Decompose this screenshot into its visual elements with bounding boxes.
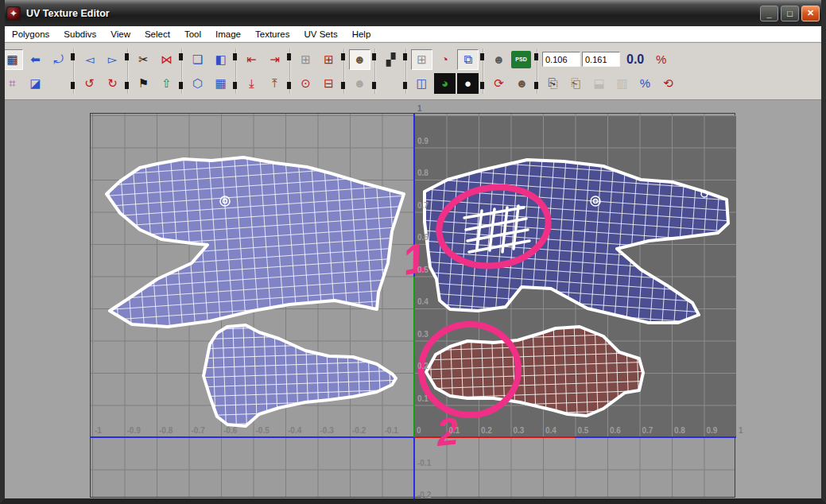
menu-item-polygons[interactable]: Polygons (5, 28, 56, 41)
toolbar-separator (286, 46, 294, 96)
close-button[interactable]: ✕ (801, 6, 820, 21)
add-tile-icon[interactable]: ⊞ (318, 49, 339, 70)
display-image-off-icon[interactable]: ☻ (349, 73, 370, 94)
menu-item-view[interactable]: View (103, 28, 138, 41)
display-grid-icon[interactable]: ⊞ (411, 49, 432, 70)
toolbar-group-image-display: ☻☻ (349, 48, 370, 95)
toolbar-group-texture-update: ☻PSD⟳☻ (488, 48, 533, 95)
move-shell-icon[interactable]: ◪ (25, 73, 46, 94)
y-tick-label: 1 (417, 104, 422, 113)
uv-canvas[interactable]: 1 2 -1-0.9-0.8-0.7-0.6-0.5-0.4-0.3-0.2-0… (90, 113, 735, 498)
menu-item-select[interactable]: Select (138, 28, 177, 41)
uv-borders-icon[interactable]: ◫ (411, 73, 432, 94)
title-bar[interactable]: ✦ UV Texture Editor _ □ ✕ (0, 0, 826, 26)
stack-icon[interactable]: ▥ (611, 73, 633, 94)
toolbar-group-view-modes: ⊞◔⧉◫◕● (411, 48, 479, 95)
x-tick-label: 1 (739, 426, 743, 435)
display-distortion-icon[interactable]: ⧉ (457, 49, 479, 70)
toolbar-separator (371, 46, 379, 96)
lattice-tweak-icon[interactable]: ⌗ (2, 73, 23, 94)
flip-u-icon[interactable]: ◅ (79, 49, 100, 70)
align-top-icon[interactable]: ⤒ (264, 73, 285, 94)
align-right-icon[interactable]: ⇥ (264, 49, 285, 70)
menu-item-textures[interactable]: Textures (248, 28, 297, 41)
filtered-image-icon[interactable]: ▞ (380, 49, 401, 70)
uv-mesh-layer: 1 2 (91, 114, 736, 498)
rotate-ccw-icon[interactable]: ↺ (79, 73, 100, 94)
rotate-selection-icon[interactable]: ⟲ (657, 73, 679, 94)
no-image-update-icon[interactable]: ☻ (488, 49, 510, 70)
move-and-sew-icon[interactable]: ⇧ (156, 73, 177, 94)
v-coordinate-field[interactable] (582, 52, 620, 67)
uv-texture-editor-window: ✦ UV Texture Editor _ □ ✕ PolygonsSubdiv… (0, 0, 826, 504)
annotation-number-1: 1 (399, 235, 430, 284)
toolbar: ▦⬅⤾⌗◪◅▻↺↻✂⋈⚑⇧❏◧⬡▦⇤⇥⤓⤒⊞⊞⊙⊟☻☻▞⊞◔⧉◫◕●☻PSD⟳☻… (0, 43, 826, 100)
unfold-uvs-icon[interactable]: ⬡ (187, 73, 208, 94)
rgb-channels-icon[interactable]: ◕ (434, 73, 456, 94)
toolbar-group-align: ⇤⇥⤓⤒ (241, 48, 285, 95)
menu-item-image[interactable]: Image (208, 28, 248, 41)
paste-icon[interactable]: ⎗ (565, 73, 587, 94)
menu-item-tool[interactable]: Tool (177, 28, 208, 41)
menu-item-subdivs[interactable]: Subdivs (56, 28, 103, 41)
update-psd-icon[interactable]: PSD (511, 51, 531, 68)
toolbar-group-layout: ❏◧⬡▦ (187, 48, 231, 95)
toolbar-group-tiles: ⊞⊞⊙⊟ (295, 48, 339, 95)
menu-item-uv-sets[interactable]: UV Sets (297, 28, 344, 41)
app-icon: ✦ (6, 6, 21, 21)
rotate-cw-icon[interactable]: ↻ (102, 73, 123, 94)
image-ratio-icon[interactable]: ☻ (511, 73, 533, 94)
align-bottom-icon[interactable]: ⤓ (241, 73, 262, 94)
tile-target-icon[interactable]: ⊙ (295, 73, 316, 94)
refresh-image-icon[interactable]: ⟳ (488, 73, 510, 94)
toolbar-separator (232, 46, 240, 96)
align-left-icon[interactable]: ⇤ (241, 49, 262, 70)
page-flip-icon[interactable]: ⬓ (588, 73, 610, 94)
layout-uvs-icon[interactable]: ▦ (210, 73, 231, 94)
annotation-number-2: 2 (434, 409, 460, 454)
toolbar-group-filter: ▞ (380, 48, 401, 95)
flip-layout-icon[interactable]: ◧ (210, 49, 231, 70)
percent-rotate-icon[interactable]: % (650, 49, 672, 70)
toolbar-separator (340, 46, 348, 96)
cut-uvs-icon[interactable]: ✂ (133, 49, 154, 70)
minimize-button[interactable]: _ (760, 6, 778, 21)
shade-uvs-icon[interactable]: ◔ (434, 49, 456, 70)
u-coordinate-field[interactable] (542, 52, 580, 67)
toolbar-group-flip-rotate: ◅▻↺↻ (79, 48, 123, 95)
checkered-map-icon[interactable]: ▦ (2, 49, 23, 70)
toolbar-separator (533, 46, 541, 96)
window-controls: _ □ ✕ (760, 6, 820, 21)
maximize-button[interactable]: □ (781, 6, 799, 21)
flip-shell-icon[interactable]: ⬅ (25, 49, 46, 70)
toolbar-separator (402, 46, 410, 96)
menu-item-help[interactable]: Help (345, 28, 378, 41)
copy-icon[interactable]: ⎘ (542, 73, 564, 94)
copy-uvs-icon[interactable]: ❏ (187, 49, 208, 70)
remove-tile-icon[interactable]: ⊟ (318, 73, 339, 94)
uv-shells[interactable] (107, 157, 728, 426)
toolbar-separator (124, 46, 132, 96)
workspace: 1 2 -1-0.9-0.8-0.7-0.6-0.5-0.4-0.3-0.2-0… (5, 100, 821, 498)
toolbar-group-shell-tools: ▦⬅⤾⌗◪ (2, 48, 69, 95)
uv-distance-label: 0.0 (622, 52, 649, 67)
alpha-channel-icon[interactable]: ● (457, 73, 479, 94)
sew-uvs-icon[interactable]: ⋈ (156, 49, 177, 70)
grid-tiles-icon[interactable]: ⊞ (295, 49, 316, 70)
toolbar-group-cut-sew: ✂⋈⚑⇧ (133, 48, 177, 95)
split-uvs-icon[interactable]: ⚑ (133, 73, 154, 94)
flip-v-icon[interactable]: ▻ (102, 49, 123, 70)
menu-bar: PolygonsSubdivsViewSelectToolImageTextur… (0, 26, 826, 43)
toolbar-separator (70, 46, 78, 96)
toolbar-separator (479, 46, 487, 96)
toolbar-separator (178, 46, 186, 96)
window-title: UV Texture Editor (26, 8, 760, 19)
toolbar-group-values: 0.0%⎘⎗⬓▥%⟲ (542, 48, 679, 95)
rotate-shell-icon[interactable]: ⤾ (48, 49, 69, 70)
percent-snap-icon[interactable]: % (634, 73, 656, 94)
display-image-on-icon[interactable]: ☻ (349, 49, 370, 70)
